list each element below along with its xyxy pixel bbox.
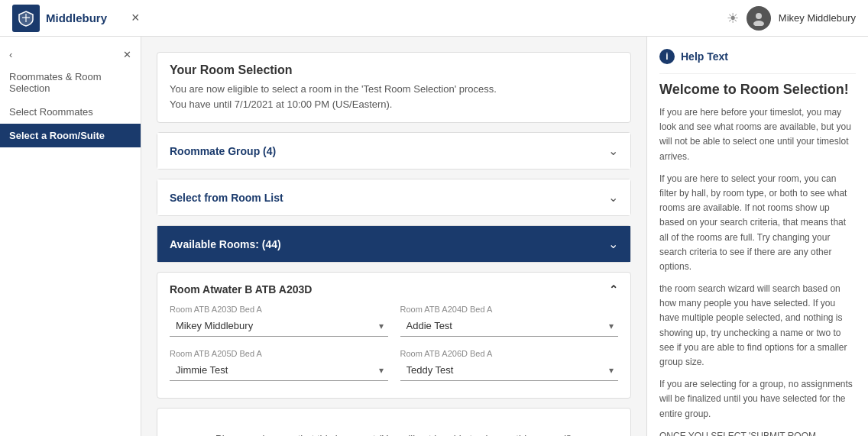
room-field-1-label: Room ATB A204D Bed A <box>400 305 619 314</box>
select-room-list-header[interactable]: Select from Room List ⌄ <box>157 179 630 215</box>
room-field-2-wrapper: Jimmie Test <box>170 360 388 381</box>
room-atwater-card: Room Atwater B ATB A203D ⌃ Room ATB A203… <box>157 272 631 399</box>
user-name-label: Mikey Middlebury <box>779 12 856 24</box>
room-card-title-text: Room Atwater B ATB A203D <box>170 283 312 296</box>
main-content-area: Your Room Selection You are now eligible… <box>141 37 646 436</box>
sidebar-close-icon[interactable]: ✕ <box>123 49 131 60</box>
help-para-4: ONCE YOU SELECT 'SUBMIT ROOM SELECTION' … <box>659 429 856 436</box>
collapse-icon: ‹ <box>9 49 12 60</box>
logo-shield <box>12 5 40 32</box>
room-field-2-select[interactable]: Jimmie Test <box>170 360 388 381</box>
room-field-0-wrapper: Mikey Middlebury <box>170 315 388 337</box>
room-fields-grid: Room ATB A203D Bed A Mikey Middlebury Ro… <box>170 305 618 381</box>
sidebar-item-select-room-suite[interactable]: Select a Room/Suite <box>0 124 141 147</box>
close-icon[interactable]: × <box>131 10 140 26</box>
select-from-room-list-card: Select from Room List ⌄ <box>157 179 631 216</box>
room-field-3-select[interactable]: Teddy Test <box>400 360 619 381</box>
room-field-2: Room ATB A205D Bed A Jimmie Test <box>170 349 388 381</box>
help-panel: i Help Text Welcome to Room Selection! I… <box>646 37 868 436</box>
sidebar-item-roommates-room-selection[interactable]: Roommates & Room Selection <box>0 65 141 100</box>
room-field-2-label: Room ATB A205D Bed A <box>170 349 388 358</box>
room-field-3-label: Room ATB A206D Bed A <box>400 349 619 358</box>
logo-text: Middlebury <box>46 11 107 24</box>
your-room-line1: You are now eligible to select a room in… <box>170 82 618 97</box>
svg-point-2 <box>756 13 762 19</box>
roommate-group-header[interactable]: Roommate Group (4) ⌄ <box>157 133 630 169</box>
svg-point-3 <box>753 21 764 26</box>
available-rooms-title: Available Rooms: (44) <box>170 238 281 250</box>
sidebar: ‹ ✕ Roommates & Room Selection Select Ro… <box>0 37 141 436</box>
help-para-2: the room search wizard will search based… <box>659 282 856 370</box>
sun-icon[interactable]: ☀ <box>727 10 739 27</box>
room-card-collapse-icon[interactable]: ⌃ <box>609 283 618 296</box>
avatar <box>747 6 771 31</box>
room-field-3-wrapper: Teddy Test <box>400 360 619 381</box>
roommate-group-chevron: ⌄ <box>608 144 618 158</box>
help-para-0: If you are here before your timeslot, yo… <box>659 105 856 164</box>
info-icon: i <box>659 49 675 64</box>
topnav-left: Middlebury × <box>12 5 140 32</box>
submit-section-card: Please make sure that this is correct (Y… <box>157 408 631 436</box>
roommate-group-card: Roommate Group (4) ⌄ <box>157 132 631 170</box>
available-rooms-chevron: ⌄ <box>608 237 618 251</box>
room-card-title-bar: Room Atwater B ATB A203D ⌃ <box>170 283 618 296</box>
room-field-1-wrapper: Addie Test <box>400 315 619 337</box>
submit-section: Please make sure that this is correct (Y… <box>157 409 630 436</box>
sidebar-toggle[interactable]: ‹ ✕ <box>0 44 141 65</box>
your-room-title: Your Room Selection <box>170 63 618 77</box>
help-title: Welcome to Room Selection! <box>659 82 856 98</box>
help-para-3: If you are selecting for a group, no ass… <box>659 377 856 421</box>
your-room-selection-card: Your Room Selection You are now eligible… <box>157 52 631 123</box>
available-rooms-card: Available Rooms: (44) ⌄ <box>157 225 631 263</box>
help-header: i Help Text <box>659 49 856 64</box>
room-field-3: Room ATB A206D Bed A Teddy Test <box>400 349 619 381</box>
topnav-right: ☀ Mikey Middlebury <box>727 6 856 31</box>
help-para-1: If you are here to select your room, you… <box>659 172 856 274</box>
room-field-1: Room ATB A204D Bed A Addie Test <box>400 305 619 337</box>
help-divider <box>659 73 856 74</box>
select-room-list-chevron: ⌄ <box>608 190 618 205</box>
your-room-header: Your Room Selection You are now eligible… <box>157 53 630 122</box>
available-rooms-header[interactable]: Available Rooms: (44) ⌄ <box>157 226 630 262</box>
main-layout: ‹ ✕ Roommates & Room Selection Select Ro… <box>0 37 868 436</box>
room-field-0-select[interactable]: Mikey Middlebury <box>170 315 388 337</box>
select-room-list-title: Select from Room List <box>170 192 283 204</box>
room-field-1-select[interactable]: Addie Test <box>400 315 619 337</box>
help-header-label: Help Text <box>681 50 728 63</box>
warning-text: Please make sure that this is correct (Y… <box>170 433 618 436</box>
room-field-0: Room ATB A203D Bed A Mikey Middlebury <box>170 305 388 337</box>
sidebar-item-select-roommates[interactable]: Select Roommates <box>0 100 141 124</box>
your-room-line2: You have until 7/1/2021 at 10:00 PM (US/… <box>170 97 618 112</box>
topnav: Middlebury × ☀ Mikey Middlebury <box>0 0 868 37</box>
room-field-0-label: Room ATB A203D Bed A <box>170 305 388 314</box>
roommate-group-title: Roommate Group (4) <box>170 145 276 157</box>
